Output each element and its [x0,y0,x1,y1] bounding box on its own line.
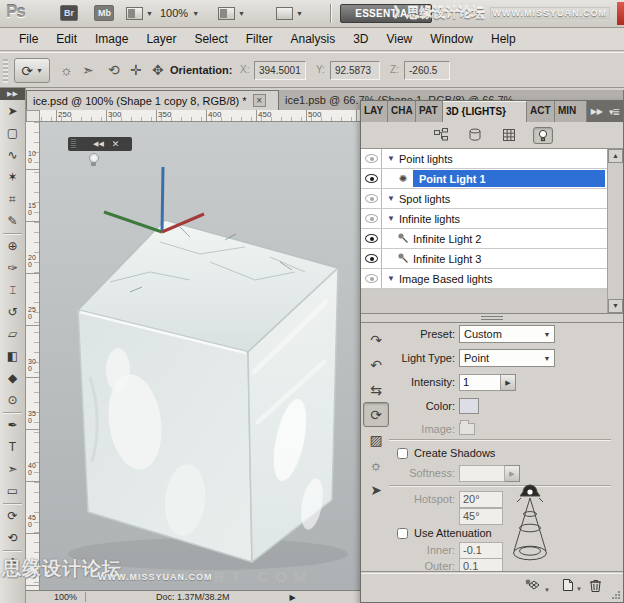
intensity-field[interactable] [459,374,501,391]
canvas[interactable]: ◀◀ ✕ [40,122,360,590]
light-sphere-tool[interactable]: ☼ [363,452,389,477]
visibility-cell[interactable] [361,189,382,208]
list-scrollbar[interactable]: ▲ ▼ [607,149,623,313]
rotate-light-tool-icon[interactable]: ☼ [60,62,73,78]
3d-rotate-tool[interactable]: ⟳ [0,505,25,527]
tab-paths[interactable]: PAT [416,101,443,122]
lasso-tool[interactable]: ∿ [0,144,25,166]
collapse-icon[interactable]: ◀◀ [93,140,104,148]
list-item-point-lights[interactable]: ▼ Point lights [361,149,607,169]
view-extras-dropdown[interactable]: ▼ [126,5,153,21]
paint-falloff-tool[interactable]: ▨ [363,427,389,452]
scene-filter-icon[interactable] [431,127,451,144]
status-arrow-icon[interactable]: ▶ [290,593,296,602]
menu-image[interactable]: Image [86,32,137,46]
gradient-tool[interactable]: ◧ [0,345,25,367]
3d-orbit-tool[interactable]: ⟲ [0,527,25,549]
orientation-y-field[interactable] [330,61,380,80]
healing-brush-tool[interactable]: ⊕ [0,235,25,257]
pan-light-tool[interactable]: ⇆ [363,377,389,402]
panel-menu-icon[interactable]: ▾≣ [609,107,619,117]
list-item-image-based-lights[interactable]: ▼ Image Based lights [361,269,607,289]
scroll-up-icon[interactable]: ▲ [608,149,623,163]
tab-actions[interactable]: ACT [527,101,555,122]
delete-light-button[interactable] [589,578,602,593]
history-brush-tool[interactable]: ↺ [0,301,25,323]
crop-tool[interactable]: ⌗ [0,188,25,210]
menu-3d[interactable]: 3D [344,32,377,46]
orientation-z-field[interactable] [404,61,450,80]
zoom-level-dropdown[interactable]: 100% ▼ [160,7,199,19]
pan-3d-tool-icon[interactable]: ✛ [130,62,142,78]
close-icon[interactable]: ✕ [112,139,120,149]
close-icon[interactable]: × [253,94,266,107]
move-tool[interactable]: ➤ [0,100,25,122]
pen-tool[interactable]: ✒ [0,414,25,436]
eyedropper-tool[interactable]: ✎ [0,210,25,232]
create-shadows-checkbox[interactable] [397,448,408,459]
eraser-tool[interactable]: ▱ [0,323,25,345]
menu-file[interactable]: File [10,32,47,46]
point-at-origin-tool[interactable]: ➤ [363,477,389,502]
light-type-dropdown[interactable]: Point ▼ [459,349,555,367]
menu-filter[interactable]: Filter [237,32,282,46]
visibility-cell[interactable] [361,229,382,248]
scroll-down-icon[interactable]: ▼ [608,299,623,313]
menu-window[interactable]: Window [421,32,482,46]
tab-mini-bridge[interactable]: MIN [555,101,587,122]
3d-axis-overlay-bar[interactable]: ◀◀ ✕ [68,137,132,151]
screen-mode-dropdown[interactable]: ▼ [276,5,303,21]
list-item-infinite-lights[interactable]: ▼ Infinite lights [361,209,607,229]
light-color-swatch[interactable] [459,398,479,414]
list-item-infinite-light-2[interactable]: Infinite Light 2 [361,229,607,249]
orbit-3d-tool-icon[interactable]: ⟲ [108,62,120,78]
drag-grip-icon[interactable] [71,139,76,149]
toolbox-collapse-button[interactable]: ▶▶ [0,88,25,100]
toggle-lights-ground-button[interactable]: ▼ [523,578,550,593]
path-selection-tool[interactable]: ➣ [0,458,25,480]
preset-dropdown[interactable]: Custom ▼ [459,325,555,343]
visibility-cell[interactable] [361,149,382,168]
meshes-filter-icon[interactable] [465,127,485,144]
panel-splitter[interactable] [361,313,623,323]
new-light-button[interactable]: ▼ [561,578,582,592]
point-light-widget[interactable] [87,153,100,168]
orientation-x-field[interactable] [254,61,306,80]
bridge-button[interactable]: Br [60,5,78,21]
clone-stamp-tool[interactable]: ⌶ [0,279,25,301]
blur-tool[interactable]: ◆ [0,367,25,389]
menu-analysis[interactable]: Analysis [281,32,344,46]
slide-3d-tool-icon[interactable]: ✥ [152,62,164,78]
roll-light-tool[interactable]: ↶ [363,352,389,377]
arrange-documents-dropdown[interactable]: ▼ [218,5,245,21]
active-3d-tool-button[interactable]: ⟳ ▼ [14,58,50,83]
mini-bridge-button[interactable]: Mb [94,5,114,21]
visibility-cell[interactable] [361,169,382,188]
options-bar-grip[interactable] [3,59,8,83]
shape-tool[interactable]: ▭ [0,480,25,502]
rotate-light-tool[interactable]: ↷ [363,327,389,352]
tab-channels[interactable]: CHA [388,101,416,122]
dodge-tool[interactable]: ⊙ [0,389,25,411]
panel-overflow-icon[interactable]: ▶▶ [591,107,603,116]
status-zoom-field[interactable]: 100% [54,592,86,602]
menu-layer[interactable]: Layer [137,32,185,46]
intensity-spinner-icon[interactable]: ▶ [501,374,516,391]
visibility-cell[interactable] [361,209,382,228]
brush-tool[interactable]: ✑ [0,257,25,279]
menu-view[interactable]: View [377,32,421,46]
type-tool[interactable]: T [0,436,25,458]
selected-row-highlight[interactable]: Point Light 1 [413,170,605,187]
tab-layers[interactable]: LAY [361,101,388,122]
slide-light-tool[interactable]: ⟳ [363,402,389,427]
document-tab-active[interactable]: ice.psd @ 100% (Shape 1 copy 8, RGB/8) *… [26,90,279,110]
visibility-cell[interactable] [361,269,382,288]
magic-wand-tool[interactable]: ✶ [0,166,25,188]
materials-filter-icon[interactable] [499,127,519,144]
menu-select[interactable]: Select [185,32,236,46]
list-item-spot-lights[interactable]: ▼ Spot lights [361,189,607,209]
list-item-infinite-light-3[interactable]: Infinite Light 3 [361,249,607,269]
drag-light-tool-icon[interactable]: ➣ [82,62,94,78]
tab-3d-lights[interactable]: 3D {LIGHTS} [443,101,527,122]
disclosure-triangle-icon[interactable]: ▼ [387,154,395,163]
